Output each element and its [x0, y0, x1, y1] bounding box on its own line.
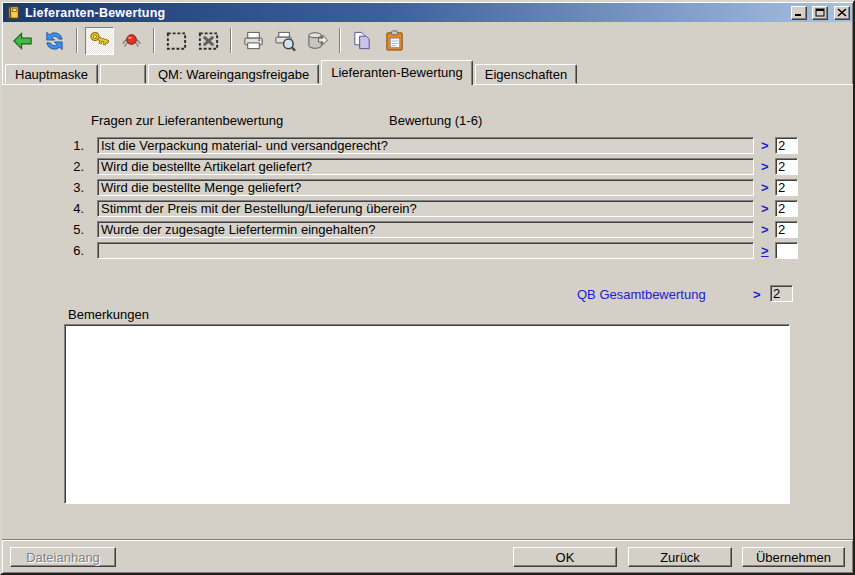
print-preview-button[interactable]: [271, 27, 300, 55]
copy-button[interactable]: [348, 27, 377, 55]
question-field[interactable]: Wurde der zugesagte Liefertermin eingeha…: [97, 221, 754, 238]
questions-header: Fragen zur Lieferantenbewertung: [91, 113, 283, 128]
tab-eigenschaften[interactable]: Eigenschaften: [475, 64, 577, 84]
print-preview-icon: [274, 29, 297, 53]
attachment-button[interactable]: Dateianhang: [10, 547, 116, 567]
question-row-6: 6. >: [2, 242, 853, 259]
rating-link[interactable]: >: [761, 159, 769, 174]
app-icon: [6, 5, 21, 20]
rating-header: Bewertung (1-6): [389, 113, 482, 128]
spider-icon: [120, 29, 143, 53]
tab-qm-wareingangsfreigabe[interactable]: QM: Wareingangsfreigabe: [148, 64, 319, 84]
rating-link[interactable]: >: [761, 201, 769, 216]
minimize-button[interactable]: [791, 6, 807, 20]
selection-button[interactable]: [162, 27, 191, 55]
rating-value-field[interactable]: 2: [775, 200, 798, 217]
question-field[interactable]: Ist die Verpackung material- und versand…: [97, 137, 754, 154]
clear-selection-icon: [197, 29, 220, 53]
row-number: 5.: [64, 222, 84, 237]
question-field[interactable]: Wird die bestellte Menge geliefert?: [97, 179, 754, 196]
toolbar: [2, 23, 853, 58]
tab-lieferanten-bewertung[interactable]: Lieferanten-Bewertung: [321, 60, 473, 85]
print-button[interactable]: [239, 27, 268, 55]
main-panel: Fragen zur Lieferantenbewertung Bewertun…: [2, 84, 853, 539]
toolbar-separator: [153, 28, 155, 53]
rating-value-field[interactable]: 2: [775, 137, 798, 154]
total-rating-label: QB Gesamtbewertung: [577, 287, 706, 302]
key-icon: [88, 29, 111, 53]
maximize-button[interactable]: [812, 6, 828, 20]
question-row-2: 2. Wird die bestellte Artikelart geliefe…: [2, 158, 853, 175]
footer-bar: Dateianhang OK Zurück Übernehmen: [2, 541, 853, 573]
rating-value-field[interactable]: [775, 242, 798, 259]
tab-hauptmaske[interactable]: Hauptmaske: [5, 64, 98, 84]
remarks-label: Bemerkungen: [68, 307, 149, 322]
export-database-icon: [306, 29, 329, 53]
back-button-footer[interactable]: Zurück: [628, 547, 732, 567]
toolbar-separator: [339, 28, 341, 53]
question-row-4: 4. Stimmt der Preis mit der Bestellung/L…: [2, 200, 853, 217]
apply-button[interactable]: Übernehmen: [742, 547, 845, 567]
tab-empty[interactable]: [100, 64, 146, 84]
rating-value-field[interactable]: 2: [775, 158, 798, 175]
back-arrow-icon: [11, 29, 34, 53]
copy-icon: [351, 29, 374, 53]
printer-icon: [242, 29, 265, 53]
toolbar-separator: [76, 28, 78, 53]
refresh-button[interactable]: [40, 27, 69, 55]
paste-clipboard-icon: [383, 29, 406, 53]
rating-link[interactable]: >: [761, 180, 769, 195]
app-window: Lieferanten-Bewertung: [0, 0, 855, 575]
key-button[interactable]: [85, 27, 114, 55]
total-rating-value[interactable]: 2: [770, 285, 793, 302]
spider-button[interactable]: [117, 27, 146, 55]
question-row-5: 5. Wurde der zugesagte Liefertermin eing…: [2, 221, 853, 238]
ok-button[interactable]: OK: [513, 547, 617, 567]
rating-value-field[interactable]: 2: [775, 179, 798, 196]
question-row-1: 1. Ist die Verpackung material- und vers…: [2, 137, 853, 154]
row-number: 6.: [64, 243, 84, 258]
window-controls: [789, 5, 850, 20]
minimize-icon: [794, 8, 804, 17]
back-button[interactable]: [8, 27, 37, 55]
row-number: 2.: [64, 159, 84, 174]
row-number: 3.: [64, 180, 84, 195]
question-row-3: 3. Wird die bestellte Menge geliefert? >…: [2, 179, 853, 196]
rating-link[interactable]: >: [761, 243, 769, 258]
rating-link[interactable]: >: [761, 222, 769, 237]
total-rating-link[interactable]: >: [753, 287, 761, 302]
question-field[interactable]: Stimmt der Preis mit der Bestellung/Lief…: [97, 200, 754, 217]
window-title: Lieferanten-Bewertung: [25, 6, 789, 20]
export-button[interactable]: [303, 27, 332, 55]
close-icon: [837, 8, 847, 17]
refresh-icon: [43, 29, 66, 53]
remarks-textarea[interactable]: [64, 324, 790, 504]
maximize-icon: [815, 8, 825, 17]
paste-button[interactable]: [380, 27, 409, 55]
rating-link[interactable]: >: [761, 138, 769, 153]
close-button[interactable]: [834, 6, 850, 20]
rating-value-field[interactable]: 2: [775, 221, 798, 238]
question-field[interactable]: Wird die bestellte Artikelart geliefert?: [97, 158, 754, 175]
toolbar-separator: [230, 28, 232, 53]
question-field[interactable]: [97, 242, 754, 259]
title-bar[interactable]: Lieferanten-Bewertung: [3, 3, 852, 22]
clear-selection-button[interactable]: [194, 27, 223, 55]
row-number: 1.: [64, 138, 84, 153]
tab-bar: Hauptmaske QM: Wareingangsfreigabe Liefe…: [2, 58, 853, 84]
selection-rect-icon: [165, 29, 188, 53]
row-number: 4.: [64, 201, 84, 216]
